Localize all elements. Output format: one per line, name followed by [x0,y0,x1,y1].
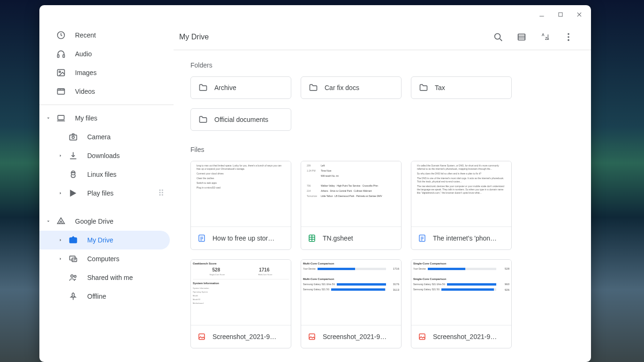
file-card[interactable]: Single-Core Comparison Your Device528 Si… [411,259,512,348]
file-card[interactable]: It's called the Domain Name System, or D… [411,161,512,250]
sidebar-item-audio[interactable]: Audio [39,45,170,63]
sidebar-item-myfiles[interactable]: My files [39,109,170,128]
sort-button[interactable]: AZ [536,28,554,46]
gsheet-icon [308,234,316,242]
sidebar-item-camera[interactable]: Camera [39,128,170,146]
sidebar-item-playfiles[interactable]: Play files ⠿ [39,184,170,203]
svg-text:A: A [542,33,545,37]
sidebar-item-linux[interactable]: Linux files [39,165,170,184]
sidebar-label-myfiles: My files [75,114,170,122]
page-title: My Drive [179,33,209,41]
laptop-icon [55,113,67,124]
chevron-right-icon [58,238,63,242]
folder-card[interactable]: Tax [411,76,512,99]
window-close-button[interactable] [570,6,588,23]
maximize-icon [558,12,563,17]
svg-point-29 [568,39,569,41]
sidebar-item-downloads[interactable]: Downloads [39,146,170,165]
svg-rect-43 [309,334,315,339]
sidebar-label-googledrive: Google Drive [75,218,170,225]
search-icon [493,32,503,42]
folder-name: Official documents [214,116,268,123]
people-icon [68,272,79,283]
svg-rect-40 [421,238,424,239]
body-area: Recent Audio Images Videos [39,24,591,362]
file-thumbnail: Geekbench Score 5281716 Single-Core Scor… [191,260,291,325]
window-maximize-button[interactable] [552,6,569,23]
sidebar-item-recent[interactable]: Recent [39,26,170,45]
file-name: How to free up stor… [212,234,274,242]
image-icon [55,67,67,78]
file-card[interactable]: 209Left 1:24 PMTime Now Will reach No. i… [301,161,402,250]
svg-rect-33 [200,240,202,241]
svg-rect-39 [421,237,424,238]
sidebar-label-videos: Videos [75,88,170,95]
folder-name: Car fix docs [325,84,359,91]
folders-grid: Archive Car fix docs Tax Official docume… [190,76,574,131]
folder-icon [198,83,208,92]
svg-rect-1 [559,13,562,16]
sidebar-label-shared: Shared with me [87,274,170,281]
svg-point-19 [71,275,73,277]
chevron-right-icon [58,191,63,196]
download-icon [68,150,79,161]
main-area: My Drive AZ Folders [174,24,591,362]
window-titlebar [39,5,591,24]
svg-rect-41 [421,240,423,241]
list-view-icon [516,32,527,42]
sidebar-item-computers[interactable]: Computers [39,249,170,268]
image-file-icon [197,332,206,341]
computers-icon [68,253,79,264]
file-thumbnail: Single-Core Comparison Your Device528 Si… [411,260,511,325]
files-grid: long to max out that limited space. Luck… [190,161,574,348]
sidebar-label-mydrive: My Drive [87,236,170,244]
folder-icon [309,83,318,92]
svg-rect-32 [200,238,203,239]
linux-icon [68,169,79,180]
sidebar-item-shared[interactable]: Shared with me [39,268,170,287]
folder-icon [198,115,208,124]
file-thumbnail: It's called the Domain Name System, or D… [411,161,511,227]
chevron-right-icon [58,153,63,158]
gdoc-icon [197,234,206,242]
movie-icon [55,86,67,97]
sidebar-label-images: Images [75,69,170,76]
file-thumbnail: Multi-Core Comparison Your Device1716 Mu… [301,260,401,325]
more-options-button[interactable] [559,28,578,46]
svg-point-20 [74,275,76,277]
folder-card[interactable]: Archive [190,76,291,99]
image-file-icon [418,332,426,341]
sidebar-item-offline[interactable]: Offline [39,287,170,306]
svg-rect-5 [58,55,59,58]
view-list-button[interactable] [512,28,531,46]
file-card[interactable]: Multi-Core Comparison Your Device1716 Mu… [301,259,402,348]
close-icon [576,11,583,18]
file-name: TN.gsheet [323,234,353,242]
folder-card[interactable]: Car fix docs [301,76,402,99]
minimize-icon [538,11,545,18]
play-icon [68,188,79,199]
window-minimize-button[interactable] [533,6,551,23]
chevron-down-icon [46,116,51,121]
folder-name: Archive [214,84,236,91]
svg-rect-6 [63,55,64,58]
svg-point-12 [72,136,75,138]
svg-point-21 [495,33,500,39]
search-button[interactable] [489,28,508,46]
sidebar-item-mydrive[interactable]: My Drive [39,231,170,249]
drag-handle-icon[interactable]: ⠿ [158,188,165,198]
files-app-window: Recent Audio Images Videos [39,5,591,362]
sidebar-item-images[interactable]: Images [39,63,170,82]
image-file-icon [308,332,316,341]
sidebar-item-googledrive[interactable]: Google Drive [39,212,170,231]
svg-point-27 [568,33,569,35]
sidebar-item-videos[interactable]: Videos [39,82,170,101]
sidebar: Recent Audio Images Videos [39,24,174,362]
folder-card[interactable]: Official documents [190,108,291,131]
svg-rect-31 [200,237,203,238]
gdoc-icon [418,234,426,242]
sidebar-label-playfiles: Play files [87,189,158,197]
svg-point-15 [74,172,75,173]
file-card[interactable]: Geekbench Score 5281716 Single-Core Scor… [190,259,291,348]
file-card[interactable]: long to max out that limited space. Luck… [190,161,291,250]
